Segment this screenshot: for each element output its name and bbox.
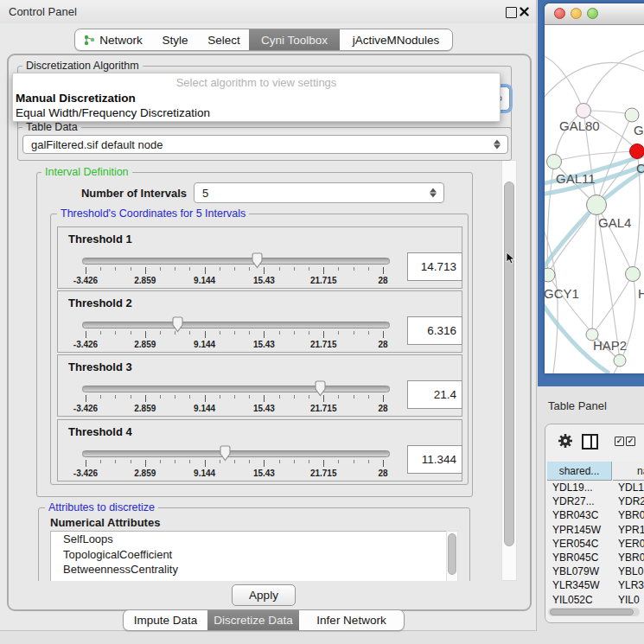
mouse-cursor bbox=[506, 252, 515, 265]
algorithm-option-manual-discretization[interactable]: Manual Discretization bbox=[16, 91, 496, 105]
threshold-slider-thumb[interactable] bbox=[171, 316, 184, 333]
network-edge bbox=[545, 54, 583, 111]
mac-minimize-icon[interactable] bbox=[571, 8, 582, 19]
tab-label: Impute Data bbox=[134, 614, 198, 627]
algorithm-placeholder: Select algorithm to view settings bbox=[13, 76, 500, 89]
threshold-value-field[interactable]: 11.344 bbox=[407, 445, 462, 474]
table-row[interactable]: YDR27...YDR2 bbox=[547, 495, 644, 509]
slider-tick bbox=[294, 331, 295, 335]
slider-tick-label: 2.859 bbox=[134, 276, 156, 285]
threshold-slider-track[interactable] bbox=[82, 386, 390, 392]
network-node-gcy1[interactable] bbox=[545, 268, 555, 282]
tab-select[interactable]: Select bbox=[199, 29, 249, 50]
attributes-list-scrollbar[interactable] bbox=[446, 531, 458, 581]
close-icon[interactable] bbox=[520, 7, 529, 16]
slider-tick bbox=[383, 267, 384, 274]
control-panel-window: Control Panel NetworkStyleSelectCyni Too… bbox=[0, 0, 537, 631]
slider-tick-label: 21.715 bbox=[310, 469, 337, 478]
tab-style[interactable]: Style bbox=[151, 29, 199, 50]
network-node-label: GAL80 bbox=[559, 118, 600, 133]
tab-infer-network[interactable]: Infer Network bbox=[299, 610, 404, 630]
threshold-value-field[interactable]: 14.713 bbox=[407, 252, 462, 281]
attribute-item[interactable]: SelfLoops bbox=[51, 532, 446, 547]
algorithm-option-equal-width-frequency-discreti[interactable]: Equal Width/Frequency Discretization bbox=[16, 105, 496, 120]
tab-network[interactable]: Network bbox=[75, 29, 151, 50]
mac-zoom-icon[interactable] bbox=[587, 8, 598, 19]
threshold-slider-thumb[interactable] bbox=[314, 380, 327, 397]
slider-tick bbox=[338, 331, 339, 335]
slider-tick bbox=[115, 331, 116, 335]
table-horizontal-scrollbar[interactable] bbox=[548, 608, 640, 616]
slider-tick bbox=[131, 395, 131, 399]
slider-tick bbox=[189, 460, 190, 463]
threshold-label: Threshold 2 bbox=[68, 296, 132, 309]
column-header-name[interactable]: name bbox=[613, 462, 644, 481]
network-node-gal4[interactable] bbox=[587, 195, 607, 215]
table-row[interactable]: YBR045CYBR0 bbox=[547, 552, 644, 565]
table-panel-header: Table Panel bbox=[538, 386, 644, 424]
slider-tick bbox=[264, 267, 265, 274]
network-node-label: GAL4 bbox=[598, 215, 631, 230]
slider-tick bbox=[264, 331, 265, 338]
network-node-label: GA bbox=[634, 123, 644, 137]
tab-impute-data[interactable]: Impute Data bbox=[124, 610, 207, 630]
apply-button[interactable]: Apply bbox=[232, 584, 296, 606]
slider-tick-label: -3.426 bbox=[73, 276, 98, 285]
network-node-h[interactable] bbox=[626, 267, 641, 282]
slider-tick bbox=[175, 460, 175, 463]
network-node-unnamed[interactable] bbox=[614, 354, 626, 367]
slider-tick bbox=[189, 267, 190, 271]
slider-tick bbox=[205, 460, 206, 467]
table-row[interactable]: YBR043CYBR0 bbox=[547, 509, 644, 523]
threshold-value-field[interactable]: 6.316 bbox=[407, 316, 462, 345]
mac-close-icon[interactable] bbox=[554, 8, 565, 19]
network-node-label: GCY1 bbox=[545, 286, 579, 301]
tab-label: Select bbox=[207, 34, 240, 47]
slider-tick bbox=[205, 331, 206, 338]
network-node-gal80[interactable] bbox=[577, 104, 591, 118]
network-canvas[interactable]: GAL80GACGAL11GAL4GCY1HHAP2 bbox=[545, 24, 644, 373]
slider-tick bbox=[131, 460, 131, 463]
slider-tick bbox=[368, 331, 369, 335]
threshold-slider-track[interactable] bbox=[82, 450, 390, 457]
table-row[interactable]: YBL079WYBL0 bbox=[547, 565, 644, 579]
threshold-slider-thumb[interactable] bbox=[251, 252, 264, 269]
table-row[interactable]: YPR145WYPR1 bbox=[547, 524, 644, 538]
attribute-item[interactable]: TopologicalCoefficient bbox=[51, 547, 446, 563]
slider-tick bbox=[100, 460, 101, 463]
threshold-slider-track[interactable] bbox=[82, 258, 390, 265]
table-row[interactable]: YIL052CYIL0 bbox=[547, 594, 644, 608]
network-node-red-node[interactable] bbox=[630, 144, 644, 159]
slider-tick bbox=[338, 395, 339, 399]
gear-icon[interactable] bbox=[558, 433, 573, 449]
slider-tick bbox=[160, 267, 161, 271]
float-window-icon[interactable] bbox=[506, 7, 517, 18]
settings-scrollbar[interactable] bbox=[501, 160, 517, 581]
table-data-select[interactable]: galFiltered.sif default node bbox=[22, 135, 508, 154]
threshold-value-field[interactable]: 21.4 bbox=[407, 380, 462, 409]
network-node-label: HAP2 bbox=[593, 338, 627, 353]
slider-tick bbox=[368, 267, 369, 271]
columns-icon[interactable] bbox=[582, 434, 598, 450]
tab-cyni-toolbox[interactable]: Cyni Toolbox bbox=[249, 29, 340, 50]
threshold-slider-track[interactable] bbox=[82, 322, 390, 328]
column-header-shared-name[interactable]: shared... bbox=[547, 462, 612, 481]
tab-discretize-data[interactable]: Discretize Data bbox=[207, 610, 299, 630]
table-data-label: Table Data bbox=[22, 121, 81, 133]
discretization-algorithm-label: Discretization Algorithm bbox=[22, 60, 143, 72]
slider-tick bbox=[354, 267, 354, 271]
algorithm-dropdown-popup: Select algorithm to view settings Manual… bbox=[12, 73, 501, 122]
slider-tick bbox=[145, 460, 146, 467]
table-row[interactable]: YLR345WYLR3 bbox=[547, 579, 644, 593]
tab-jactivemnodules[interactable]: jActiveMNodules bbox=[340, 29, 452, 50]
select-columns-icon[interactable]: ✓ bbox=[615, 437, 624, 446]
threshold-slider-thumb[interactable] bbox=[219, 445, 232, 462]
number-of-intervals-select[interactable]: 5 bbox=[194, 182, 444, 203]
table-row[interactable]: YER054CYER0 bbox=[547, 538, 644, 552]
network-node-ga[interactable] bbox=[625, 108, 639, 122]
network-node-gal11[interactable] bbox=[547, 155, 562, 169]
select-columns-icon-2[interactable]: ✓ bbox=[626, 437, 635, 446]
slider-tick bbox=[160, 395, 161, 399]
attribute-item[interactable]: BetweennessCentrality bbox=[51, 562, 446, 577]
table-row[interactable]: YDL19...YDL1 bbox=[547, 481, 644, 495]
